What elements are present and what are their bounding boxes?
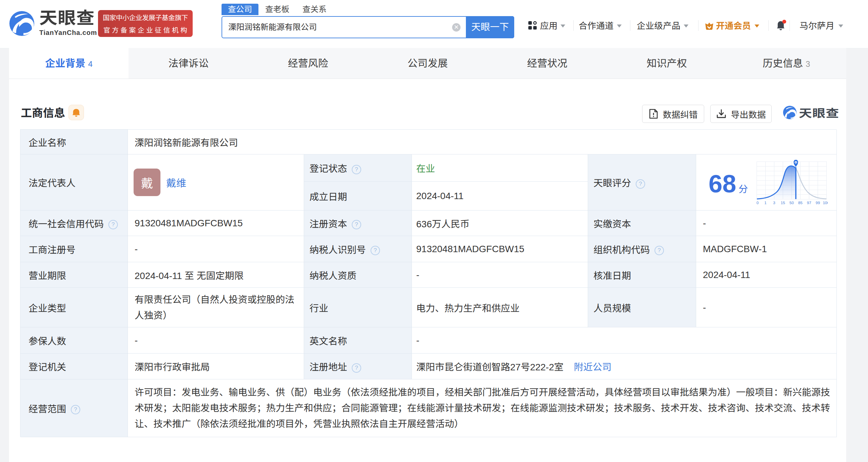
svg-text:0: 0	[756, 201, 758, 205]
svg-text:50: 50	[789, 201, 794, 205]
svg-text:97: 97	[807, 201, 811, 205]
svg-text:100: 100	[823, 201, 828, 205]
svg-text:85: 85	[798, 201, 803, 205]
svg-text:3: 3	[773, 201, 775, 205]
svg-text:99: 99	[816, 201, 820, 205]
svg-text:15: 15	[781, 201, 785, 205]
svg-text:1: 1	[764, 201, 766, 205]
